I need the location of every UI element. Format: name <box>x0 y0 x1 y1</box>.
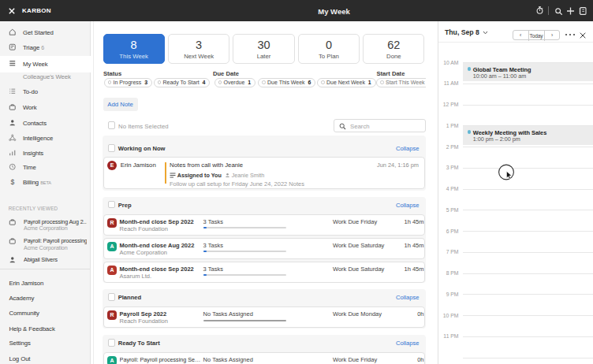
svg-text:$: $ <box>11 178 15 186</box>
